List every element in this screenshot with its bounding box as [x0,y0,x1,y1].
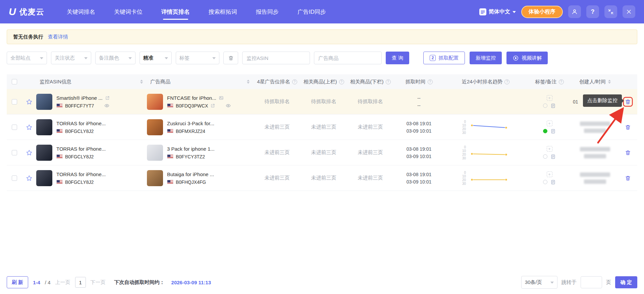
product-image[interactable] [147,119,163,135]
ad-product-input[interactable] [314,52,382,64]
star-icon[interactable] [26,175,33,181]
info-icon[interactable] [504,79,509,84]
view-details-link[interactable]: 查看详情 [48,34,68,40]
product-image[interactable] [36,94,52,110]
product-title[interactable]: Smartish® iPhone ... [56,95,103,101]
row-checkbox[interactable] [12,175,17,181]
column-ad-product[interactable]: 广告商品 [147,79,254,85]
delete-monitor-button[interactable] [624,174,632,182]
mini-program-button[interactable]: 体验小程序 [521,6,563,18]
video-guide-button[interactable]: 视频讲解 [506,52,548,64]
note-icon[interactable] [550,179,556,185]
refresh-button[interactable]: 刷 新 [7,276,28,288]
product-title[interactable]: Butaiga for iPhone ... [167,171,214,177]
delete-monitor-button[interactable] [624,149,632,157]
star-icon[interactable] [26,98,33,105]
sort-icon[interactable] [140,80,143,84]
product-info: TORRAS for iPhone... B0FGCLY8J2 [56,121,106,134]
note-color-select[interactable]: 备注颜色 [95,52,136,64]
collapse-window-button[interactable] [604,5,617,18]
user-button[interactable] [568,5,581,18]
nav-keyword-slot[interactable]: 关键词卡位 [113,7,143,17]
note-color-circle[interactable] [543,180,547,184]
trash-icon [625,124,631,130]
site-select[interactable]: 全部站点 [7,52,47,64]
nav-detail-page-rank[interactable]: 详情页排名 [161,7,191,17]
note-color-circle[interactable] [543,103,547,108]
info-icon[interactable] [339,79,344,84]
column-monitor-asin[interactable]: 监控ASIN信息 [36,79,147,85]
product-title[interactable]: TORRAS for iPhone... [56,146,106,152]
page-size-value: 30条/页 [525,279,542,286]
pagination-bar: 刷 新 1-4 / 4 上一页 1 下一页 下次自动抓取时间约： 2026-03… [0,276,644,289]
tag-select[interactable]: 标签 [176,52,219,64]
delete-monitor-button[interactable] [624,98,632,106]
language-selector[interactable]: 简体中文 [479,8,516,15]
share-icon[interactable] [105,95,110,100]
sort-icon[interactable] [608,80,611,84]
current-page-button[interactable]: 1 [75,277,86,288]
product-image[interactable] [36,119,52,135]
nav-searchbox-words[interactable]: 搜索框拓词 [208,7,238,17]
page-size-select[interactable]: 30条/页 [521,276,557,289]
match-type-select[interactable]: 精准 [140,52,172,64]
confirm-button[interactable]: 确 定 [615,276,637,288]
star-icon[interactable] [26,149,33,156]
favorite-cell [22,175,36,181]
prev-page-button[interactable]: 上一页 [55,279,70,286]
note-color-circle[interactable] [543,129,547,133]
share-icon[interactable] [210,103,215,108]
task-notice-bar: 暂无任务执行 查看详情 [7,29,637,44]
product-title[interactable]: TORRAS for iPhone... [56,171,106,177]
product-title[interactable]: TORRAS for iPhone... [56,121,106,126]
app-logo[interactable]: U 优麦云 [9,7,45,17]
info-icon[interactable] [386,79,391,84]
follow-status-select[interactable]: 关注状态 [51,52,91,64]
product-image[interactable] [36,145,52,161]
row-checkbox[interactable] [12,125,17,130]
product-title[interactable]: 3 Pack for iphone 1... [167,146,215,152]
sort-icon[interactable] [247,80,250,84]
monitor-asin-input[interactable] [242,52,310,64]
info-icon[interactable] [428,79,433,84]
add-monitor-button[interactable]: 新增监控 [470,52,502,64]
row-checkbox[interactable] [12,99,17,104]
nav-keyword-rank[interactable]: 关键词排名 [66,7,96,17]
note-color-circle[interactable] [543,154,547,159]
product-image[interactable] [147,94,163,110]
eye-icon[interactable] [226,103,231,108]
crawl-config-button[interactable]: 2 抓取配置 [423,52,465,64]
info-icon[interactable] [292,79,297,84]
product-image[interactable] [147,145,163,161]
next-page-button[interactable]: 下一页 [91,279,106,286]
help-button[interactable]: ? [586,5,599,18]
clear-tag-button[interactable] [223,52,238,64]
note-icon[interactable] [550,154,556,159]
monitor-asin-cell: TORRAS for iPhone... B0FGCLY8J2 [36,119,147,135]
nav-ad-id-sync[interactable]: 广告ID同步 [297,7,327,17]
add-tag-icon[interactable] [547,146,552,152]
add-tag-icon[interactable] [547,121,552,126]
row-checkbox[interactable] [12,150,17,155]
eye-icon[interactable] [104,103,109,108]
product-title[interactable]: FNTCASE for iPhon... [167,95,216,101]
info-icon[interactable] [559,79,564,84]
image-icon[interactable] [219,95,224,100]
language-icon [479,8,486,15]
add-tag-icon[interactable] [547,171,552,177]
select-all-checkbox[interactable] [12,79,17,84]
star-icon[interactable] [26,124,33,131]
close-window-button[interactable] [623,5,635,18]
nav-report-sync[interactable]: 报告同步 [255,7,279,17]
product-image[interactable] [147,170,163,186]
product-image[interactable] [36,170,52,186]
product-title[interactable]: Zuskruci 3-Pack for... [167,121,214,126]
add-tag-icon[interactable] [547,95,552,101]
note-icon[interactable] [550,129,556,134]
search-button[interactable]: 查 询 [386,52,409,64]
note-icon[interactable] [550,103,556,108]
column-creator-time[interactable]: 创建人/时间 [572,79,619,85]
column-4star-rank: 4星广告位排名 [254,79,301,85]
delete-monitor-button[interactable] [624,123,632,131]
jump-page-input[interactable] [581,276,602,288]
